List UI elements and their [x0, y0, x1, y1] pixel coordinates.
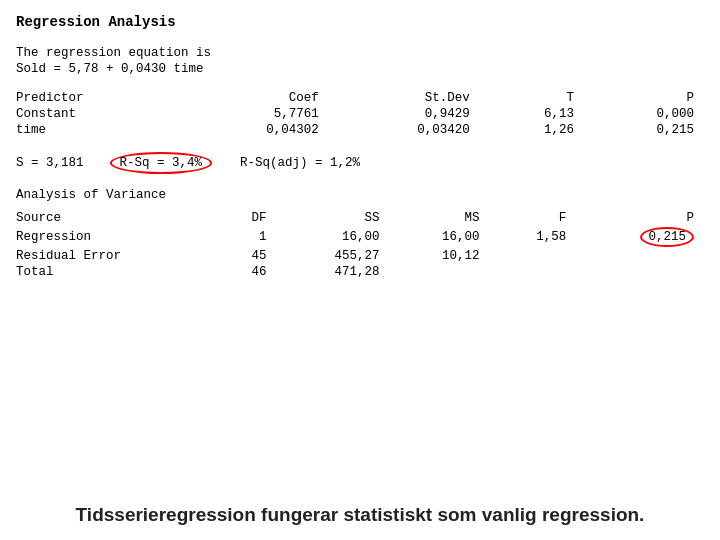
total-source: Total	[16, 264, 216, 280]
total-ms	[390, 264, 490, 280]
footer-text: Tidsserieregression fungerar statistiskt…	[0, 504, 720, 526]
residual-ss: 455,27	[277, 248, 390, 264]
anova-title: Analysis of Variance	[16, 188, 704, 202]
table-row: Total 46 471,28	[16, 264, 704, 280]
rsq-value: R-Sq = 3,4%	[110, 152, 213, 174]
regression-source: Regression	[16, 226, 216, 248]
residual-ms: 10,12	[390, 248, 490, 264]
table-row: Residual Error 45 455,27 10,12	[16, 248, 704, 264]
equation-block: The regression equation is Sold = 5,78 +…	[16, 46, 704, 76]
time-p: 0,215	[584, 122, 704, 138]
regression-ss: 16,00	[277, 226, 390, 248]
p-col-header: P	[584, 90, 704, 106]
constant-p: 0,000	[584, 106, 704, 122]
predictor-col-header: Predictor	[16, 90, 178, 106]
stdev-col-header: St.Dev	[329, 90, 480, 106]
time-coef: 0,04302	[178, 122, 329, 138]
time-t: 1,26	[480, 122, 584, 138]
f-col-header: F	[489, 210, 576, 226]
time-label: time	[16, 122, 178, 138]
df-col-header: DF	[216, 210, 277, 226]
table-row: Constant 5,7761 0,9429 6,13 0,000	[16, 106, 704, 122]
constant-t: 6,13	[480, 106, 584, 122]
ms-col-header: MS	[390, 210, 490, 226]
regression-ms: 16,00	[390, 226, 490, 248]
regression-df: 1	[216, 226, 277, 248]
table-row: time 0,04302 0,03420 1,26 0,215	[16, 122, 704, 138]
residual-source: Residual Error	[16, 248, 216, 264]
equation-line1: The regression equation is	[16, 46, 704, 60]
regression-p-circle: 0,215	[640, 227, 694, 247]
total-ss: 471,28	[277, 264, 390, 280]
constant-coef: 5,7761	[178, 106, 329, 122]
p-col-header-anova: P	[576, 210, 704, 226]
table-row: Regression 1 16,00 16,00 1,58 0,215	[16, 226, 704, 248]
coef-col-header: Coef	[178, 90, 329, 106]
time-stdev: 0,03420	[329, 122, 480, 138]
rsq-adj-value: R-Sq(adj) = 1,2%	[240, 156, 360, 170]
page-title: Regression Analysis	[16, 14, 704, 30]
predictor-table: Predictor Coef St.Dev T P Constant 5,776…	[16, 90, 704, 138]
t-col-header: T	[480, 90, 584, 106]
constant-stdev: 0,9429	[329, 106, 480, 122]
regression-p: 0,215	[576, 226, 704, 248]
total-f	[489, 264, 576, 280]
total-p	[576, 264, 704, 280]
residual-f	[489, 248, 576, 264]
s-value: S = 3,181	[16, 156, 84, 170]
constant-label: Constant	[16, 106, 178, 122]
residual-df: 45	[216, 248, 277, 264]
s-row: S = 3,181 R-Sq = 3,4% R-Sq(adj) = 1,2%	[16, 152, 704, 174]
source-col-header: Source	[16, 210, 216, 226]
total-df: 46	[216, 264, 277, 280]
equation-line2: Sold = 5,78 + 0,0430 time	[16, 62, 704, 76]
regression-f: 1,58	[489, 226, 576, 248]
ss-col-header: SS	[277, 210, 390, 226]
residual-p	[576, 248, 704, 264]
anova-table: Source DF SS MS F P Regression 1 16,00 1…	[16, 210, 704, 280]
